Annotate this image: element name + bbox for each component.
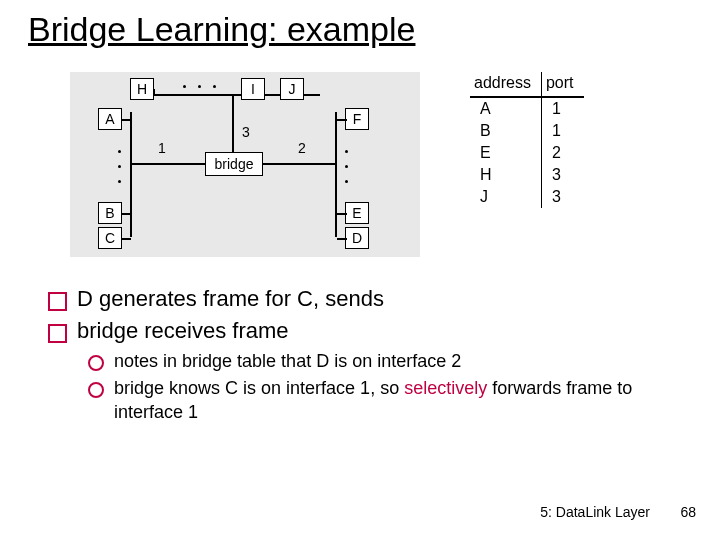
bus-left	[130, 112, 132, 237]
stub	[153, 89, 155, 95]
footer-page-number: 68	[680, 504, 696, 520]
bullet-text: D generates frame for C, sends	[77, 286, 384, 312]
node-j: J	[280, 78, 304, 100]
cell: J	[470, 186, 541, 208]
slide-title: Bridge Learning: example	[28, 10, 415, 49]
dot	[345, 150, 348, 153]
cell: 3	[541, 164, 583, 186]
cell: A	[470, 97, 541, 120]
stub	[337, 213, 347, 215]
dot	[213, 85, 216, 88]
dot	[345, 180, 348, 183]
diagram: H I J 3 bridge A B C 1	[70, 72, 650, 257]
table-row: A1	[470, 97, 584, 120]
node-f: F	[345, 108, 369, 130]
node-c: C	[98, 227, 122, 249]
dot	[183, 85, 186, 88]
square-bullet-icon	[48, 292, 67, 311]
port-3-label: 3	[242, 124, 250, 140]
node-d: D	[345, 227, 369, 249]
cell: E	[470, 142, 541, 164]
dot	[118, 165, 121, 168]
port-2-label: 2	[298, 140, 306, 156]
bullet-level1: bridge receives frame	[48, 318, 678, 344]
port-1-label: 1	[158, 140, 166, 156]
bus-right	[335, 112, 337, 237]
bridge-table: address port A1 B1 E2 H3 J3	[470, 72, 584, 208]
table-row: H3	[470, 164, 584, 186]
link-port2	[262, 163, 335, 165]
bridge-box: bridge	[205, 152, 263, 176]
table-row: J3	[470, 186, 584, 208]
stub	[121, 213, 131, 215]
cell: 1	[541, 97, 583, 120]
table-row: B1	[470, 120, 584, 142]
dot	[198, 85, 201, 88]
table-header-address: address	[470, 72, 541, 97]
stub	[337, 238, 347, 240]
bullet-text: bridge knows C is on interface 1, so sel…	[114, 377, 678, 424]
node-i: I	[241, 78, 265, 100]
stub	[121, 238, 131, 240]
circle-bullet-icon	[88, 382, 104, 398]
cell: 2	[541, 142, 583, 164]
dot	[118, 180, 121, 183]
square-bullet-icon	[48, 324, 67, 343]
bullet-level2: notes in bridge table that D is on inter…	[88, 350, 678, 373]
highlight-text: selectively	[404, 378, 487, 398]
text-segment: bridge knows C is on interface 1, so	[114, 378, 404, 398]
link-port3	[232, 94, 234, 152]
cell: H	[470, 164, 541, 186]
dot	[345, 165, 348, 168]
bullet-list: D generates frame for C, sends bridge re…	[48, 280, 678, 428]
cell: 1	[541, 120, 583, 142]
table-row: E2	[470, 142, 584, 164]
footer-section-label: 5: DataLink Layer	[540, 504, 650, 520]
bullet-text: notes in bridge table that D is on inter…	[114, 350, 461, 373]
link-port1	[132, 163, 205, 165]
cell: 3	[541, 186, 583, 208]
dot	[118, 150, 121, 153]
stub	[337, 119, 347, 121]
circle-bullet-icon	[88, 355, 104, 371]
bullet-level1: D generates frame for C, sends	[48, 286, 678, 312]
cell: B	[470, 120, 541, 142]
bullet-level2: bridge knows C is on interface 1, so sel…	[88, 377, 678, 424]
stub	[121, 119, 131, 121]
node-e: E	[345, 202, 369, 224]
node-a: A	[98, 108, 122, 130]
table-header-port: port	[541, 72, 583, 97]
node-h: H	[130, 78, 154, 100]
node-b: B	[98, 202, 122, 224]
bullet-text: bridge receives frame	[77, 318, 289, 344]
